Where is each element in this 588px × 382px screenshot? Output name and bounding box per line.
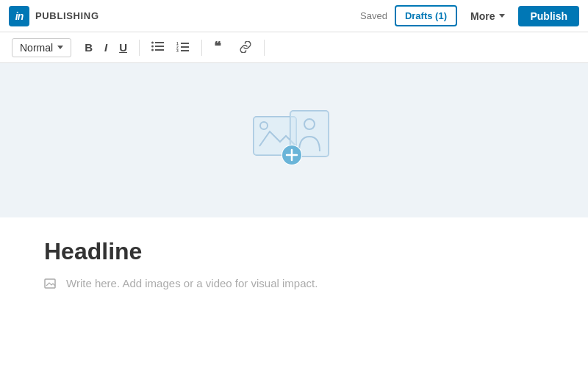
more-button[interactable]: More xyxy=(465,7,511,26)
svg-point-5 xyxy=(151,49,154,51)
bold-button[interactable]: B xyxy=(80,39,97,56)
svg-rect-2 xyxy=(155,49,164,51)
chevron-down-icon xyxy=(499,14,505,18)
media-icon-svg xyxy=(44,278,59,290)
linkedin-logo: in PUBLISHING xyxy=(9,6,99,26)
toolbar-divider-2 xyxy=(201,40,202,56)
link-icon xyxy=(239,41,252,53)
body-area: Write here. Add images or a video for vi… xyxy=(44,277,544,293)
svg-point-3 xyxy=(151,42,154,44)
ordered-list-icon: 1 2 3 xyxy=(176,42,190,52)
toolbar-divider-3 xyxy=(264,40,265,56)
unordered-list-icon xyxy=(151,41,165,51)
link-button[interactable] xyxy=(234,38,257,57)
toolbar-divider-1 xyxy=(139,40,140,56)
publish-button[interactable]: Publish xyxy=(518,6,579,26)
more-label: More xyxy=(470,10,495,22)
drafts-button[interactable]: Drafts (1) xyxy=(395,5,457,26)
svg-text:3: 3 xyxy=(176,48,179,52)
cover-icon-wrap xyxy=(246,104,342,177)
body-placeholder-text: Write here. Add images or a video for vi… xyxy=(66,277,318,289)
blockquote-icon: ❝ xyxy=(214,41,227,53)
publishing-label: PUBLISHING xyxy=(35,10,99,21)
svg-text:❝: ❝ xyxy=(214,41,221,53)
blockquote-button[interactable]: ❝ xyxy=(209,38,232,57)
top-nav: in PUBLISHING Saved Drafts (1) More Publ… xyxy=(0,0,588,32)
nav-right: Saved Drafts (1) More Publish xyxy=(360,5,579,26)
format-label: Normal xyxy=(20,42,53,54)
headline-field[interactable]: Headline xyxy=(44,238,544,265)
format-dropdown[interactable]: Normal xyxy=(12,38,71,57)
content-area: Headline Write here. Add images or a vid… xyxy=(0,217,588,308)
add-cover-image-icon xyxy=(246,104,342,177)
chevron-down-icon xyxy=(57,46,63,49)
unordered-list-button[interactable] xyxy=(147,38,169,57)
linkedin-icon: in xyxy=(9,6,29,26)
cover-image-area[interactable] xyxy=(0,63,588,217)
editor-toolbar: Normal B I U 1 2 3 ❝ xyxy=(0,32,588,63)
media-insert-icon[interactable] xyxy=(44,278,59,293)
italic-button[interactable]: I xyxy=(100,39,112,56)
svg-point-4 xyxy=(151,46,154,48)
svg-rect-0 xyxy=(155,42,164,43)
svg-rect-6 xyxy=(181,43,189,44)
svg-rect-7 xyxy=(181,46,189,48)
ordered-list-button[interactable]: 1 2 3 xyxy=(172,39,194,57)
saved-status: Saved xyxy=(360,10,387,21)
svg-rect-1 xyxy=(155,46,164,47)
svg-rect-8 xyxy=(181,50,189,51)
underline-button[interactable]: U xyxy=(115,39,132,56)
